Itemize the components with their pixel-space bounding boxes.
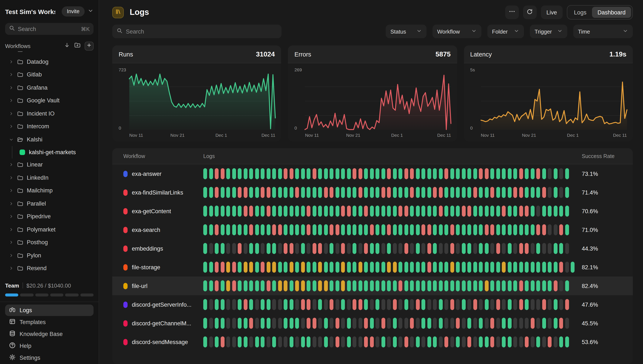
chevron-down-icon[interactable] (9, 137, 14, 142)
filter-workflow[interactable]: Workflow (433, 25, 481, 38)
sidebar-workflow-kalshi-get-markets[interactable]: kalshi-get-markets (12, 146, 94, 158)
chevron-right-icon[interactable] (9, 162, 14, 167)
chevron-right-icon[interactable] (9, 188, 14, 193)
chevron-right-icon[interactable] (9, 240, 14, 245)
chevron-right-icon[interactable] (9, 266, 14, 271)
chevron-right-icon[interactable] (9, 124, 14, 129)
more-button[interactable] (505, 6, 519, 19)
sidebar-folder-polymarket[interactable]: Polymarket (5, 223, 94, 236)
chevron-right-icon[interactable] (9, 201, 14, 206)
log-pill-success (375, 299, 379, 310)
chevron-right-icon[interactable] (9, 253, 14, 258)
chevron-down-icon[interactable] (88, 8, 94, 15)
sidebar-folder-intercom[interactable]: Intercom (5, 120, 94, 133)
chevron-right-icon[interactable] (9, 111, 14, 116)
sidebar-folder-linkedin[interactable]: LinkedIn (5, 171, 94, 184)
refresh-button[interactable] (523, 6, 537, 19)
table-row-discord-getServerInfo[interactable]: discord-getServerInfo...47.6% (112, 295, 633, 314)
sidebar-folder-pylon[interactable]: Pylon (5, 249, 94, 262)
log-pill-empty (387, 318, 391, 329)
logs-search-input[interactable] (126, 28, 277, 34)
sidebar-item-help[interactable]: Help (5, 340, 94, 352)
sidebar-folder-grafana[interactable]: Grafana (5, 81, 94, 94)
log-pill-success (525, 168, 529, 179)
templates-icon (9, 318, 16, 326)
chevron-right-icon[interactable] (9, 227, 14, 232)
table-row-exa-getContent[interactable]: exa-getContent70.6% (112, 202, 633, 220)
sidebar-folder-google-vault[interactable]: Google Vault (5, 94, 94, 107)
chevron-right-icon[interactable] (9, 85, 14, 90)
log-pill-empty (404, 318, 408, 329)
filter-time[interactable]: Time (573, 25, 633, 38)
new-folder-icon[interactable] (74, 42, 81, 50)
sidebar-item-settings[interactable]: Settings (5, 352, 94, 364)
chevron-right-icon[interactable] (9, 214, 14, 219)
chevron-right-icon[interactable] (9, 98, 14, 103)
sidebar-search[interactable]: ⌘K (5, 23, 94, 35)
log-pill-success (244, 168, 247, 179)
invite-button[interactable]: Invite (62, 6, 85, 16)
sidebar-folder-resend[interactable]: Resend (5, 262, 94, 275)
filter-folder[interactable]: Folder (487, 25, 524, 38)
sidebar-folder-gitlab[interactable]: Gitlab (5, 68, 94, 81)
log-pill-success (456, 224, 460, 235)
sidebar-folder-parallel[interactable]: Parallel (5, 197, 94, 210)
sidebar-folder-posthog[interactable]: Posthog (5, 236, 94, 249)
sidebar-folder-incident-io[interactable]: Incident IO (5, 107, 94, 120)
table-row-exa-findSimilarLinks[interactable]: exa-findSimilarLinks71.4% (112, 183, 633, 202)
sidebar-item-templates[interactable]: Templates (5, 316, 94, 328)
log-pill-success (375, 224, 379, 235)
chevron-right-icon[interactable] (9, 72, 14, 77)
log-pill-empty (548, 299, 552, 310)
table-row-discord-sendMessage[interactable]: discord-sendMessage53.6% (112, 332, 633, 351)
log-pill-success (370, 280, 374, 291)
log-pill-success (209, 206, 213, 216)
sidebar-folder-datadog[interactable]: Datadog (5, 55, 94, 68)
log-pill-success (485, 206, 488, 216)
sidebar-folder-linear[interactable]: Linear (5, 158, 94, 171)
logs-search[interactable] (112, 25, 282, 38)
filter-trigger[interactable]: Trigger (530, 25, 567, 38)
add-workflow-button[interactable] (85, 42, 94, 50)
log-pill-error (261, 187, 265, 198)
log-pill-empty (272, 299, 276, 310)
stat-card-runs: Runs310247230Nov 11Nov 21Dec 1Dec 11 (112, 46, 281, 142)
table-row-exa-answer[interactable]: exa-answer73.1% (112, 164, 633, 183)
chevron-right-icon[interactable] (9, 60, 14, 64)
sidebar-folder-pipedrive[interactable]: Pipedrive (5, 210, 94, 223)
log-pill-empty (278, 299, 282, 310)
log-pill-success (410, 206, 414, 216)
log-pill-empty (536, 299, 540, 310)
log-pill-success (421, 318, 425, 329)
sidebar-folder-s3[interactable]: S3 (5, 275, 94, 279)
chevron-right-icon[interactable] (9, 176, 14, 180)
log-pill-success (479, 206, 483, 216)
table-row-embeddings[interactable]: embeddings44.3% (112, 239, 633, 258)
sidebar-item-knowledge-base[interactable]: Knowledge Base (5, 328, 94, 340)
log-pill-empty (427, 299, 431, 310)
log-pill-error (553, 280, 557, 291)
log-pill-success (375, 280, 379, 291)
table-row-file-url[interactable]: file-url82.4% (112, 276, 633, 295)
live-button[interactable]: Live (541, 6, 563, 19)
table-row-discord-getChannelM[interactable]: discord-getChannelM...45.5% (112, 314, 633, 332)
toggle-option-logs[interactable]: Logs (568, 7, 592, 18)
sidebar-item-logs[interactable]: Logs (5, 304, 94, 316)
sort-arrow-down-icon[interactable] (64, 42, 70, 50)
table-row-file-storage[interactable]: file-storage82.1% (112, 258, 633, 276)
workspace-switcher[interactable]: Test Sim's Works... Invite (5, 6, 94, 18)
log-pill-success (393, 224, 396, 235)
log-pill-error (450, 224, 454, 235)
log-pill-success (255, 168, 259, 179)
filter-status[interactable]: Status (386, 25, 426, 38)
sidebar-folder-mailchimp[interactable]: Mailchimp (5, 184, 94, 197)
toggle-option-dashboard[interactable]: Dashboard (592, 7, 631, 18)
column-header-success-rate: Success Rate (582, 153, 622, 159)
sidebar-folder-kalshi[interactable]: Kalshi (5, 133, 94, 146)
log-pill-empty (335, 299, 339, 310)
log-pill-empty (278, 318, 282, 329)
table-row-exa-search[interactable]: exa-search71.0% (112, 220, 633, 239)
log-pill-empty (226, 243, 230, 254)
log-pill-success (209, 224, 213, 235)
sidebar-search-input[interactable] (18, 26, 78, 32)
